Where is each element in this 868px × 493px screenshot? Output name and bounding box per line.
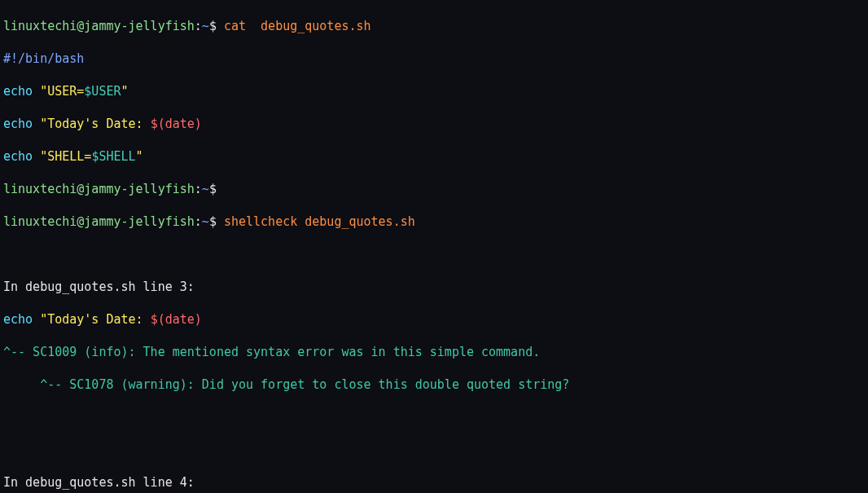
blank-line	[3, 442, 865, 458]
section-1-header: In debug_quotes.sh line 3:	[3, 279, 865, 295]
script-line-1: echo "USER=$USER"	[3, 83, 865, 99]
prompt-line-2[interactable]: linuxtechi@jammy-jellyfish:~$	[3, 181, 865, 197]
prompt-path: ~	[202, 19, 209, 33]
script-line-3: echo "SHELL=$SHELL"	[3, 148, 865, 165]
terminal-output: linuxtechi@jammy-jellyfish:~$ cat debug_…	[0, 0, 868, 493]
sc1078-warning: ^-- SC1078 (warning): Did you forget to …	[3, 376, 865, 393]
prompt-line-1[interactable]: linuxtechi@jammy-jellyfish:~$ cat debug_…	[3, 18, 865, 34]
prompt-userhost: linuxtechi@jammy-jellyfish	[3, 19, 195, 33]
section-1-code: echo "Today's Date: $(date)	[3, 311, 865, 328]
sc1009-info: ^-- SC1009 (info): The mentioned syntax …	[3, 344, 865, 360]
section-2-header: In debug_quotes.sh line 4:	[3, 474, 865, 491]
script-shebang: #!/bin/bash	[3, 51, 865, 67]
command-shellcheck: shellcheck debug_quotes.sh	[224, 214, 415, 229]
script-line-2: echo "Today's Date: $(date)	[3, 116, 865, 132]
prompt-line-3[interactable]: linuxtechi@jammy-jellyfish:~$ shellcheck…	[3, 213, 865, 230]
blank-line	[3, 409, 865, 425]
command-cat: cat debug_quotes.sh	[224, 19, 371, 33]
prompt-sep: :	[195, 19, 202, 33]
prompt-dollar: $	[209, 19, 217, 33]
blank-line	[3, 246, 865, 262]
